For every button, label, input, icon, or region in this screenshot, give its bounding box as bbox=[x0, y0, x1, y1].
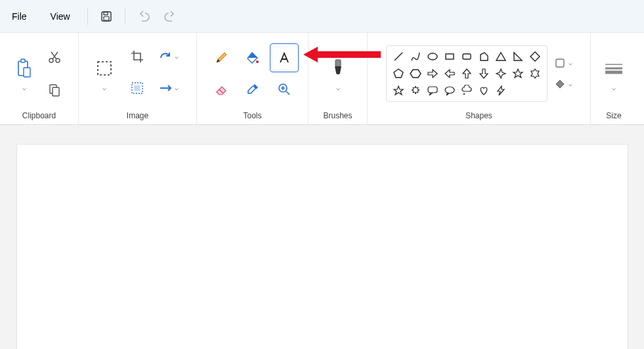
brush-button[interactable] bbox=[325, 55, 351, 81]
shape-empty bbox=[527, 83, 543, 99]
shape-speech-cloud[interactable] bbox=[459, 83, 475, 99]
menu-bar: File View bbox=[0, 0, 644, 33]
rotate-icon bbox=[159, 51, 172, 62]
canvas[interactable] bbox=[17, 145, 628, 349]
paste-button[interactable] bbox=[11, 55, 37, 81]
save-icon bbox=[100, 11, 112, 22]
chevron-down-icon: ⌵ bbox=[175, 84, 179, 91]
shapefill-icon bbox=[554, 78, 566, 90]
cut-button[interactable] bbox=[41, 44, 68, 70]
cut-icon bbox=[48, 51, 61, 64]
group-label: Image bbox=[127, 108, 148, 122]
svg-point-21 bbox=[463, 93, 465, 95]
flip-icon bbox=[159, 83, 172, 93]
shape-arrow-right[interactable] bbox=[425, 66, 440, 81]
select-button[interactable] bbox=[91, 55, 118, 81]
canvas-area bbox=[0, 125, 644, 349]
flip-button[interactable]: ⌵ bbox=[156, 75, 182, 101]
shape-line[interactable] bbox=[391, 49, 406, 64]
shape-arrow-down[interactable] bbox=[476, 66, 492, 81]
shape-arrow-left[interactable] bbox=[442, 66, 458, 81]
crop-button[interactable] bbox=[124, 43, 150, 70]
color-picker-tool[interactable] bbox=[238, 75, 267, 104]
shape-fill-button[interactable]: ⌵ bbox=[554, 78, 572, 90]
outline-icon bbox=[554, 57, 566, 69]
chevron-down-icon[interactable]: ⌵ bbox=[612, 84, 616, 91]
pencil-icon bbox=[214, 51, 228, 65]
magnifier-tool[interactable] bbox=[270, 75, 299, 104]
separator bbox=[87, 8, 88, 25]
svg-rect-2 bbox=[104, 16, 109, 20]
svg-point-13 bbox=[256, 60, 259, 63]
shape-round-rect[interactable] bbox=[459, 49, 475, 64]
ribbon: ⌵ Clipboard ⌵ bbox=[0, 33, 644, 125]
size-button[interactable] bbox=[601, 55, 627, 81]
svg-rect-17 bbox=[446, 54, 454, 59]
shape-heart[interactable] bbox=[476, 83, 492, 99]
group-tools: Tools bbox=[197, 33, 309, 124]
shape-triangle[interactable] bbox=[493, 49, 509, 64]
svg-rect-9 bbox=[53, 87, 59, 96]
text-tool[interactable] bbox=[270, 43, 299, 72]
size-icon bbox=[604, 62, 624, 75]
eraser-tool[interactable] bbox=[207, 75, 236, 104]
menu-view[interactable]: View bbox=[39, 0, 82, 32]
group-brushes: ⌵ Brushes bbox=[309, 33, 368, 124]
shape-oval[interactable] bbox=[425, 49, 440, 64]
shape-pentagon[interactable] bbox=[391, 66, 406, 81]
chevron-down-icon[interactable]: ⌵ bbox=[102, 84, 106, 91]
chevron-down-icon: ⌵ bbox=[569, 80, 572, 87]
group-shapes: ⌵ ⌵ Shapes bbox=[368, 33, 591, 124]
shape-empty bbox=[510, 83, 526, 99]
chevron-down-icon[interactable]: ⌵ bbox=[336, 84, 340, 91]
shape-star4[interactable] bbox=[493, 66, 509, 81]
chevron-down-icon[interactable]: ⌵ bbox=[22, 84, 26, 91]
svg-rect-12 bbox=[135, 85, 140, 91]
group-label: Clipboard bbox=[22, 108, 56, 122]
shape-right-triangle[interactable] bbox=[510, 49, 526, 64]
menu-file[interactable]: File bbox=[0, 0, 39, 32]
picker-icon bbox=[246, 82, 260, 97]
shape-burst[interactable] bbox=[408, 83, 423, 99]
shape-polygon[interactable] bbox=[476, 49, 492, 64]
shape-speech-rect[interactable] bbox=[425, 83, 440, 99]
svg-point-20 bbox=[445, 87, 454, 93]
group-label: Shapes bbox=[465, 108, 492, 122]
resize-icon bbox=[131, 81, 144, 95]
group-clipboard: ⌵ Clipboard bbox=[0, 33, 79, 124]
svg-point-16 bbox=[428, 53, 437, 60]
shape-speech-oval[interactable] bbox=[442, 83, 458, 99]
group-label: Tools bbox=[243, 108, 261, 122]
shape-outline-button[interactable]: ⌵ bbox=[554, 57, 572, 69]
fill-tool[interactable] bbox=[238, 43, 267, 72]
svg-rect-19 bbox=[428, 87, 437, 93]
group-image: ⌵ ⌵ ⌵ Image bbox=[79, 33, 197, 124]
shape-hexagon[interactable] bbox=[408, 66, 423, 81]
shape-curve[interactable] bbox=[408, 49, 423, 64]
chevron-down-icon: ⌵ bbox=[175, 53, 179, 60]
shape-rect[interactable] bbox=[442, 49, 458, 64]
redo-icon bbox=[164, 11, 176, 22]
shape-arrow-up[interactable] bbox=[459, 66, 475, 81]
shape-star5[interactable] bbox=[510, 66, 526, 81]
svg-rect-10 bbox=[98, 62, 111, 75]
crop-icon bbox=[131, 50, 144, 63]
magnifier-icon bbox=[277, 82, 291, 97]
svg-rect-18 bbox=[463, 54, 471, 59]
redo-button[interactable] bbox=[157, 3, 183, 30]
shape-diamond[interactable] bbox=[527, 49, 543, 64]
shape-star-outline[interactable] bbox=[391, 83, 406, 99]
undo-icon bbox=[138, 11, 150, 22]
eraser-icon bbox=[214, 82, 228, 97]
save-button[interactable] bbox=[93, 3, 119, 30]
undo-button[interactable] bbox=[131, 3, 157, 30]
text-icon bbox=[277, 51, 291, 65]
shape-lightning[interactable] bbox=[493, 83, 509, 99]
svg-rect-1 bbox=[104, 12, 108, 14]
shapes-gallery[interactable] bbox=[386, 45, 547, 102]
pencil-tool[interactable] bbox=[207, 43, 236, 72]
resize-button[interactable] bbox=[124, 75, 150, 101]
shape-star6[interactable] bbox=[527, 66, 543, 81]
copy-button[interactable] bbox=[41, 77, 68, 103]
rotate-button[interactable]: ⌵ bbox=[156, 43, 182, 70]
